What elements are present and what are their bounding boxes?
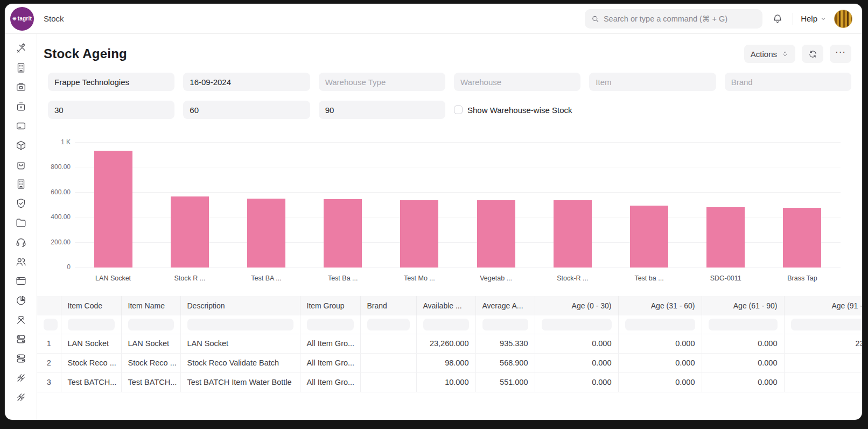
column-header-item-code[interactable]: Item Code: [61, 296, 121, 315]
cell-average-age[interactable]: 935.330: [475, 334, 535, 353]
cell-brand[interactable]: [360, 334, 416, 353]
toggle-stack-icon[interactable]: [12, 333, 30, 345]
column-header-average-age[interactable]: Average A...: [475, 296, 535, 315]
table-row[interactable]: 1 LAN Socket LAN Socket LAN Socket All I…: [37, 334, 862, 353]
column-header-item-group[interactable]: Item Group: [300, 296, 360, 315]
chart-bar[interactable]: [477, 200, 515, 268]
warehouse-wise-checkbox-label[interactable]: Show Warehouse-wise Stock: [467, 106, 572, 115]
cell-brand[interactable]: [360, 372, 416, 392]
cell-item-name[interactable]: LAN Socket: [121, 334, 180, 353]
cell-age-61-90[interactable]: 0.000: [702, 334, 784, 353]
cell-description[interactable]: Stock Reco Validate Batch: [180, 353, 300, 372]
range2-filter[interactable]: [183, 101, 310, 119]
help-menu[interactable]: Help: [801, 14, 827, 23]
cell-description[interactable]: Test BATCH Item Water Bottle: [180, 372, 300, 392]
cell-item-code[interactable]: Test BATCH...: [61, 372, 121, 392]
browser-window-icon[interactable]: [12, 275, 30, 287]
brand-logo[interactable]: ✳ tagrit: [10, 7, 34, 31]
table-row[interactable]: 3 Test BATCH... Test BATCH... Test BATCH…: [37, 372, 862, 392]
folder-icon[interactable]: [12, 217, 30, 229]
cell-item-name[interactable]: Test BATCH...: [121, 372, 180, 392]
cell-available-qty[interactable]: 10.000: [416, 372, 475, 392]
breadcrumb[interactable]: Stock: [44, 14, 64, 23]
card-icon[interactable]: [12, 120, 30, 132]
plug-icon-2[interactable]: [12, 391, 30, 403]
column-header-age-31-60[interactable]: Age (31 - 60): [618, 296, 702, 315]
building-alt-icon[interactable]: [12, 178, 30, 190]
brand-filter[interactable]: [725, 73, 851, 91]
chart-bar[interactable]: [783, 208, 821, 268]
cell-available-qty[interactable]: 98.000: [416, 353, 475, 372]
cell-item-code[interactable]: LAN Socket: [61, 334, 121, 353]
column-filter-input[interactable]: [367, 319, 410, 330]
column-filter-input[interactable]: [68, 319, 115, 330]
cell-average-age[interactable]: 568.900: [475, 353, 535, 372]
cell-age-0-30[interactable]: 0.000: [535, 372, 618, 392]
column-header-age-91-above[interactable]: Age (91 - Abov: [784, 296, 862, 315]
cell-item-group[interactable]: All Item Gro...: [300, 353, 360, 372]
cell-brand[interactable]: [360, 353, 416, 372]
shopping-bag-icon[interactable]: [12, 159, 30, 171]
user-avatar[interactable]: [834, 10, 852, 28]
cell-age-31-60[interactable]: 0.000: [618, 372, 702, 392]
cell-age-31-60[interactable]: 0.000: [618, 334, 702, 353]
notifications-button[interactable]: [770, 11, 785, 26]
chart-bar[interactable]: [400, 200, 438, 268]
column-filter-input[interactable]: [482, 319, 528, 330]
cell-average-age[interactable]: 551.000: [475, 372, 535, 392]
global-search[interactable]: [585, 9, 762, 29]
table-row[interactable]: 2 Stock Reco ... Stock Reco ... Stock Re…: [37, 353, 862, 372]
cell-description[interactable]: LAN Socket: [180, 334, 300, 353]
chart-bar[interactable]: [94, 151, 132, 268]
column-header-available[interactable]: Available ...: [416, 296, 475, 315]
column-filter-input[interactable]: [791, 319, 863, 330]
chart-bar[interactable]: [706, 207, 745, 268]
warehouse-type-filter[interactable]: [319, 73, 445, 91]
company-filter[interactable]: [48, 73, 174, 91]
column-filter-input[interactable]: [625, 319, 695, 330]
column-header-item-name[interactable]: Item Name: [121, 296, 180, 315]
cell-age-0-30[interactable]: 0.000: [535, 334, 618, 353]
users-icon[interactable]: [12, 256, 30, 268]
cell-age-31-60[interactable]: 0.000: [618, 353, 702, 372]
cell-age-91-above[interactable]: 23,260.: [784, 334, 862, 353]
actions-button[interactable]: Actions: [744, 45, 795, 63]
plug-icon[interactable]: [12, 372, 30, 384]
package-icon[interactable]: [12, 139, 30, 151]
column-filter-input[interactable]: [128, 319, 174, 330]
toggle-stack-icon-2[interactable]: [12, 353, 30, 364]
chart-bar[interactable]: [324, 199, 362, 268]
chart-bar[interactable]: [630, 206, 668, 268]
pie-chart-icon[interactable]: [12, 294, 30, 306]
range1-filter[interactable]: [48, 101, 174, 119]
chart-bar[interactable]: [247, 199, 285, 268]
refresh-button[interactable]: [802, 45, 823, 63]
column-header-age-0-30[interactable]: Age (0 - 30): [535, 296, 618, 315]
cell-age-0-30[interactable]: 0.000: [535, 353, 618, 372]
column-header-description[interactable]: Description: [180, 296, 300, 315]
cell-item-code[interactable]: Stock Reco ...: [61, 353, 121, 372]
item-filter[interactable]: [589, 73, 716, 91]
warehouse-wise-checkbox[interactable]: [454, 106, 463, 114]
tools-icon[interactable]: [12, 43, 30, 54]
column-filter-input[interactable]: [307, 319, 354, 330]
column-header-brand[interactable]: Brand: [360, 296, 416, 315]
cell-item-name[interactable]: Stock Reco ...: [121, 353, 180, 372]
column-filter-input[interactable]: [44, 319, 58, 330]
cell-age-61-90[interactable]: 0.000: [702, 353, 784, 372]
chart-bar[interactable]: [554, 200, 592, 268]
column-filter-input[interactable]: [423, 319, 469, 330]
shield-check-icon[interactable]: [12, 198, 30, 209]
cell-available-qty[interactable]: 23,260.000: [416, 334, 475, 353]
cell-age-91-above[interactable]: 10.: [784, 372, 862, 392]
cell-age-61-90[interactable]: 0.000: [702, 372, 784, 392]
headset-icon[interactable]: [12, 236, 30, 248]
column-filter-input[interactable]: [187, 319, 293, 330]
cell-age-91-above[interactable]: 98.: [784, 353, 862, 372]
column-filter-input[interactable]: [709, 319, 778, 330]
asset-box-icon[interactable]: [12, 101, 30, 112]
cell-item-group[interactable]: All Item Gro...: [300, 334, 360, 353]
building-icon[interactable]: [12, 62, 30, 74]
as-on-date-filter[interactable]: [183, 73, 310, 91]
range3-filter[interactable]: [319, 101, 445, 119]
